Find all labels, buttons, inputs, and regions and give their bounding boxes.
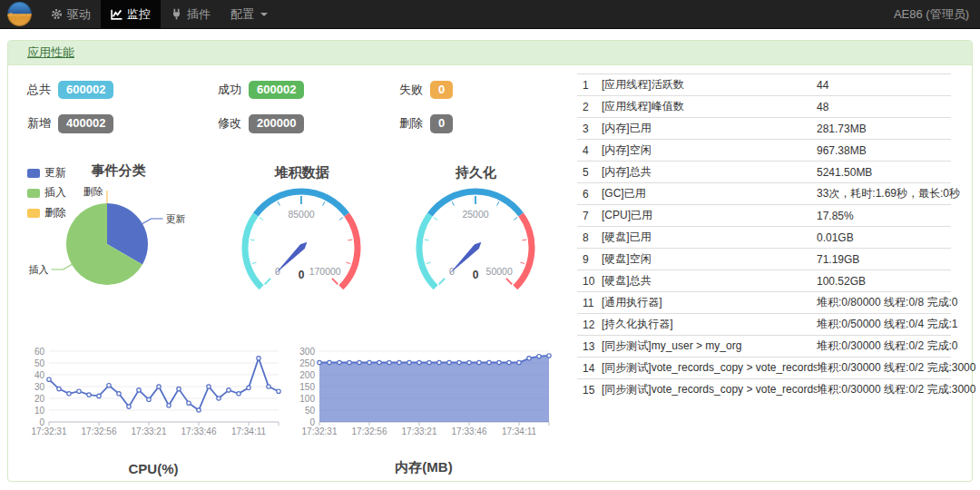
nav-item-monitor[interactable]: 监控 (101, 0, 161, 28)
y-axis-label: 250 (299, 358, 315, 368)
table-row: 8[硬盘]已用0.01GB (577, 226, 951, 248)
queue-gauge-title: 堆积数据 (218, 164, 386, 181)
data-point (207, 385, 211, 388)
memory-chart-block: 05010015020025030017:32:3117:32:5617:33:… (292, 338, 555, 476)
gauge-arc-segment-0 (419, 215, 436, 288)
x-axis-label: 17:33:21 (132, 426, 167, 436)
gauge-arc-segment-2 (515, 215, 532, 288)
legend-label-update: 更新 (44, 165, 66, 181)
row-index: 7 (577, 210, 597, 222)
gauge-tick (514, 217, 517, 220)
legend-swatch-insert (27, 189, 40, 198)
data-point (358, 360, 361, 364)
cpu-chart-title: CPU(%) (22, 461, 285, 476)
data-point (217, 397, 220, 400)
row-index: 4 (577, 144, 597, 157)
legend-label-insert: 插入 (44, 185, 66, 201)
x-axis-label: 17:32:31 (302, 426, 338, 436)
metric-name: [内存]已用 (597, 121, 817, 136)
metric-value: 17.85% (817, 210, 951, 222)
metric-name: [通用执行器] (597, 295, 817, 310)
y-axis-label: 50 (34, 358, 45, 368)
data-point (117, 392, 121, 396)
gauge-tick (278, 201, 279, 205)
stat-added: 新增400002 (27, 114, 218, 132)
storage-gauge-chart: 025000500000 (392, 182, 560, 309)
gauge-value: 0 (473, 269, 479, 281)
table-row: 15[同步测试]vote_records_copy > vote_records… (577, 378, 951, 400)
stat-deleted: 删除0 (399, 114, 563, 132)
legend-swatch-update (27, 169, 40, 178)
data-point (267, 385, 270, 388)
x-axis-label: 17:32:31 (32, 426, 67, 436)
nav-item-driver[interactable]: 驱动 (41, 0, 101, 28)
y-axis-label: 10 (34, 406, 45, 416)
metric-value: 0.01GB (817, 231, 951, 244)
gauge-tick-label: 25000 (462, 209, 488, 220)
navbar: dbsyncer 驱动监控插件配置 AE86 (管理员) (0, 0, 980, 29)
data-point (177, 387, 181, 390)
metric-name: [应用线程]峰值数 (597, 99, 817, 114)
gauge-tick (506, 279, 512, 284)
stat-deleted-label: 删除 (399, 115, 423, 132)
data-point (477, 360, 481, 364)
legend-item-delete[interactable]: 删除 (27, 205, 66, 220)
user-menu[interactable]: AE86 (管理员) (894, 0, 969, 29)
data-point (417, 360, 421, 364)
stat-fail-badge: 0 (430, 81, 453, 99)
brand-logo[interactable]: dbsyncer (0, 0, 41, 28)
row-index: 8 (577, 231, 597, 244)
data-point (97, 394, 101, 397)
row-index: 15 (577, 384, 597, 397)
gauge-tick (425, 240, 429, 240)
data-point (137, 388, 141, 392)
metric-name: [同步测试]vote_records_copy > vote_records_t… (597, 382, 817, 397)
gauge-tick (439, 279, 445, 284)
pie-label-line-update (142, 219, 163, 224)
y-axis-label: 20 (34, 394, 45, 404)
y-axis-label: 60 (34, 347, 45, 357)
metric-value: 71.19GB (817, 253, 951, 266)
data-point (387, 360, 391, 364)
legend-item-update[interactable]: 更新 (27, 165, 66, 181)
data-point (67, 392, 71, 396)
y-axis-label: 0 (309, 417, 315, 427)
data-point (507, 360, 511, 364)
data-line (49, 358, 279, 410)
metric-name: [同步测试]vote_records_copy > vote_records_m… (597, 360, 817, 376)
area-fill (319, 356, 549, 422)
stats-summary: 总共600002成功600002失败0新增400002修改200000删除0 (27, 81, 563, 133)
nav-item-plugin[interactable]: 插件 (161, 0, 220, 28)
data-point (338, 360, 341, 364)
gauge-arc-segment-0 (245, 215, 261, 288)
data-point (537, 355, 541, 358)
gauge-tick (348, 240, 352, 240)
data-point (77, 389, 81, 393)
x-axis-label: 17:33:21 (402, 426, 437, 436)
table-row: 9[硬盘]空闲71.19GB (577, 248, 951, 270)
metric-value: 100.52GB (817, 275, 951, 288)
gauge-tick (265, 279, 270, 284)
row-index: 3 (577, 122, 597, 135)
row-index: 11 (577, 297, 597, 309)
gauge-tick (522, 240, 526, 240)
data-point (107, 384, 111, 387)
legend-item-insert[interactable]: 插入 (27, 185, 66, 201)
y-axis-label: 300 (299, 347, 315, 357)
data-point (527, 357, 531, 360)
nav-item-config[interactable]: 配置 (220, 0, 278, 28)
data-point (437, 360, 441, 364)
gauge-tick (497, 201, 499, 205)
metric-name: [同步测试]my_user > my_org (597, 338, 817, 354)
row-index: 9 (577, 253, 597, 266)
table-row: 4[内存]空闲967.38MB (577, 139, 951, 161)
metric-value: 281.73MB (817, 122, 951, 135)
events-pie-block: 更新插入删除 事件分类 更新插入删除 (25, 162, 211, 317)
data-point (517, 360, 521, 364)
metric-name: [持久化执行器] (597, 317, 817, 332)
x-axis-label: 17:32:56 (82, 426, 117, 436)
data-point (457, 360, 461, 364)
row-index: 13 (577, 340, 597, 353)
stat-total-label: 总共 (27, 82, 51, 98)
app-performance-link[interactable]: 应用性能 (27, 44, 74, 61)
